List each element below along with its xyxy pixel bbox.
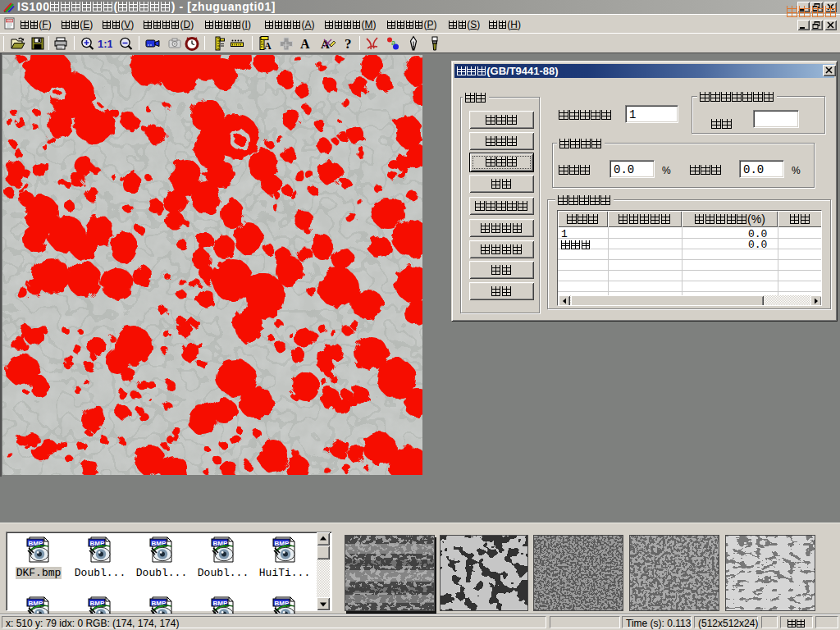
svg-text:1:1: 1:1: [98, 38, 112, 50]
svg-text:DOC: DOC: [7, 20, 13, 23]
svg-text:A: A: [300, 37, 310, 51]
svg-text:?: ?: [345, 36, 352, 52]
svg-text:A: A: [264, 40, 272, 52]
